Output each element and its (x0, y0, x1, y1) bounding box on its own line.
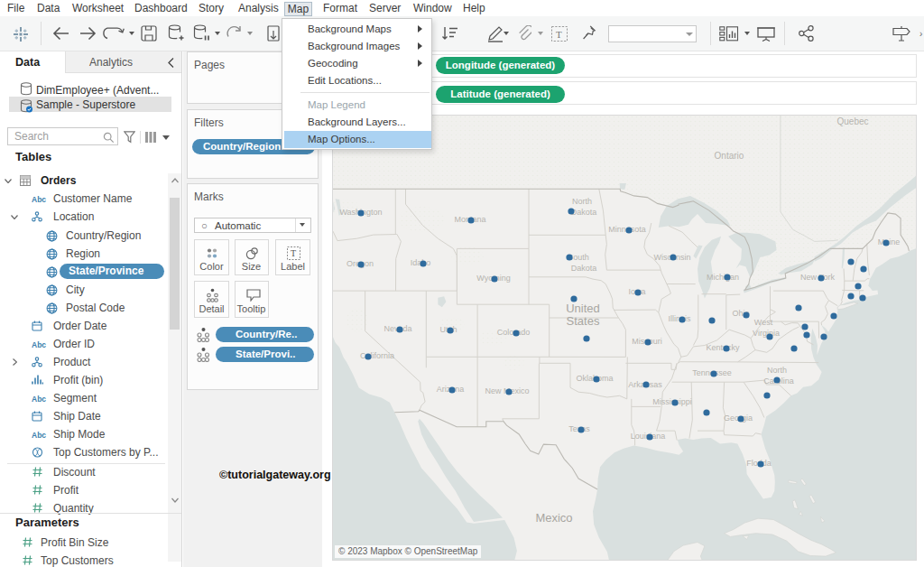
svg-text:T: T (291, 248, 296, 258)
svg-text:North: North (572, 197, 592, 206)
svg-text:Michigan: Michigan (707, 273, 739, 282)
svg-text:Dakota: Dakota (571, 208, 597, 217)
svg-text:States: States (567, 314, 600, 328)
svg-text:New York: New York (800, 273, 836, 282)
svg-text:Kentucky: Kentucky (706, 343, 740, 352)
svg-text:United: United (566, 302, 600, 315)
svg-text:Mexico: Mexico (535, 511, 572, 525)
svg-text:West: West (754, 318, 773, 327)
svg-text:Abc: Abc (32, 431, 46, 440)
svg-text:North: North (767, 366, 787, 375)
svg-text:Abc: Abc (32, 195, 46, 204)
svg-text:Dakota: Dakota (571, 264, 597, 273)
svg-text:Abc: Abc (32, 340, 46, 349)
svg-text:Ontario: Ontario (715, 151, 744, 161)
svg-text:Virginia: Virginia (753, 329, 780, 338)
svg-text:T: T (556, 29, 562, 40)
svg-text:Abc: Abc (32, 395, 46, 404)
svg-text:Quebec: Quebec (836, 116, 868, 126)
